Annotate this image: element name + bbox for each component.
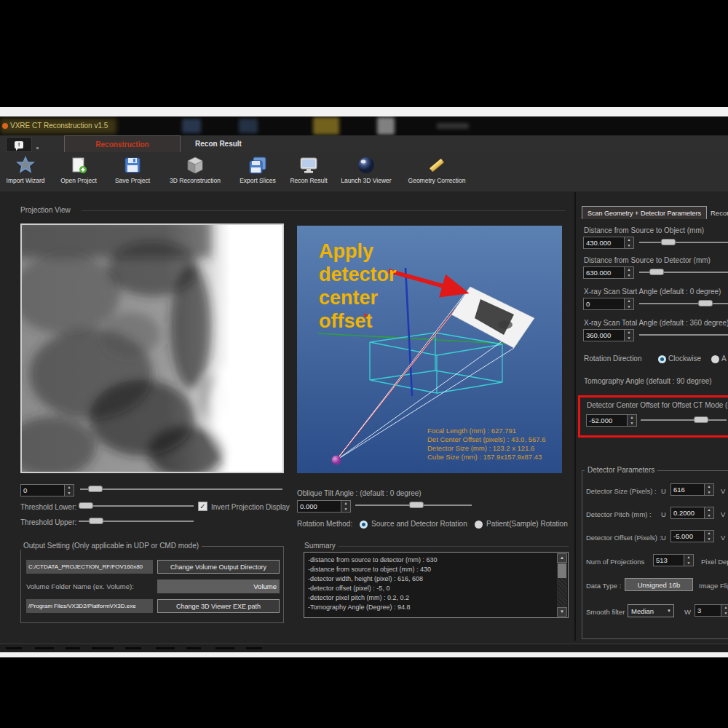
cube-icon	[186, 155, 205, 175]
recon-result-button[interactable]: Recon Result	[286, 154, 331, 190]
rotation-direction-label: Rotation Direction	[584, 355, 641, 363]
svg-text:offset: offset	[319, 310, 373, 332]
spin-arrows-icon[interactable]: ▲▼	[627, 415, 636, 426]
projection-image-frame	[20, 223, 284, 473]
spin-arrows-icon[interactable]: ▲▼	[704, 484, 713, 495]
detector-pitch-v-label: V	[721, 510, 725, 518]
data-type-label: Data Type :	[586, 582, 621, 590]
source-object-distance-spinbox[interactable]: 430.000 ▲▼	[583, 237, 634, 249]
detector-size-u-spinbox[interactable]: 616 ▲▼	[670, 483, 714, 496]
summary-title: Summary	[301, 542, 339, 550]
export-floppies-icon	[248, 155, 268, 175]
xray-source-point	[332, 456, 341, 465]
svg-text:Apply: Apply	[319, 240, 373, 262]
scan-start-angle-slider[interactable]	[639, 300, 728, 307]
spin-arrows-icon[interactable]: ▲▼	[721, 605, 728, 616]
smooth-w-spinbox[interactable]: 3 ▲▼	[695, 604, 728, 617]
summary-header-line	[335, 546, 569, 547]
smooth-filter-dropdown[interactable]: Median ▼	[628, 604, 674, 617]
rotation-method-patient-radio[interactable]	[475, 521, 483, 529]
oblique-tilt-label: Oblique Tilt Angle : (default : 0 degree…	[297, 489, 422, 497]
title-bar: VXRE CT Reconstruction v1.5	[0, 116, 728, 135]
viewer-exe-path-field[interactable]: /Program Files/VX3D2/PlatformVX3D.exe	[26, 599, 153, 613]
data-type-button[interactable]: Unsigned 16b	[625, 578, 693, 591]
chevron-down-icon: ▼	[665, 609, 673, 613]
detector-size-u-label: U	[661, 487, 666, 495]
spin-arrows-icon[interactable]: ▲▼	[684, 555, 693, 566]
change-volume-dir-button[interactable]: Change Volume Output Directory	[157, 560, 280, 574]
change-exe-path-button[interactable]: Change 3D Viewer EXE path	[157, 599, 280, 613]
spin-arrows-icon[interactable]: ▲▼	[624, 330, 633, 341]
geometry-correction-button[interactable]: Geometry Correction	[400, 154, 473, 190]
tomography-angle-label: Tomography Angle (default : 90 degree)	[584, 377, 712, 385]
background-window-thumb	[313, 117, 339, 135]
detector-offset-u-spinbox[interactable]: -5.000 ▲▼	[670, 530, 714, 542]
oblique-tilt-spinbox[interactable]: 0.000 ▲▼	[297, 500, 351, 513]
num-projections-spinbox[interactable]: 513 ▲▼	[653, 554, 694, 566]
save-project-button[interactable]: Save Project	[108, 154, 157, 190]
threshold-upper-label: Threshold Upper:	[20, 518, 76, 526]
rotation-method-label: Rotation Method:	[297, 520, 352, 528]
volume-folder-input[interactable]: Volume	[157, 579, 280, 593]
rotation-anticlockwise-label: A	[721, 355, 727, 363]
source-object-distance-slider[interactable]	[639, 239, 728, 246]
spin-arrows-icon[interactable]: ▲▼	[704, 507, 713, 518]
pixel-depth-label: Pixel Depth (	[701, 558, 728, 566]
scan-total-angle-spinbox[interactable]: 360.000 ▲▼	[583, 329, 634, 341]
detector-center-offset-spinbox[interactable]: -52.000 ▲▼	[586, 414, 637, 427]
detector-size-label: Detector Size (Pixels) :	[586, 487, 657, 495]
rotation-anticlockwise-radio[interactable]	[711, 355, 719, 363]
import-wizard-button[interactable]: Import Wizard	[1, 154, 50, 190]
slice-slider[interactable]	[80, 486, 282, 493]
spin-arrows-icon[interactable]: ▲▼	[64, 485, 74, 496]
notification-bubble-button[interactable]: !	[6, 137, 32, 152]
slice-spinbox[interactable]: 0 ▲▼	[20, 484, 74, 496]
projection-header-line	[82, 210, 565, 211]
detector-center-offset-slider[interactable]	[641, 416, 727, 424]
3d-reconstruction-button[interactable]: 3D Reconstruction	[160, 154, 230, 190]
source-detector-distance-spinbox[interactable]: 630.000 ▲▼	[583, 266, 634, 279]
source-object-distance-label: Distance from Source to Object (mm)	[584, 226, 704, 234]
tab-reconstruction[interactable]: Reconstruction	[64, 135, 181, 152]
source-detector-distance-slider[interactable]	[639, 269, 728, 276]
threshold-upper-slider[interactable]	[79, 518, 194, 525]
volume-output-dir-field[interactable]: C:/CTDATA_PROJECTION_RF/FOV160x80	[26, 560, 153, 574]
threshold-lower-slider[interactable]	[79, 502, 194, 510]
rotation-clockwise-radio[interactable]	[658, 355, 666, 363]
detector-pitch-u-spinbox[interactable]: 0.2000 ▲▼	[670, 507, 714, 519]
spin-arrows-icon[interactable]: ▲▼	[624, 267, 633, 278]
open-project-button[interactable]: Open Project	[52, 154, 105, 190]
sphere-icon	[357, 155, 376, 175]
tab-scan-geometry[interactable]: Scan Geometry + Detector Parameters	[582, 206, 707, 219]
spin-arrows-icon[interactable]: ▲▼	[624, 237, 633, 248]
scrollbar-up-icon[interactable]: ▲	[557, 553, 567, 563]
svg-text:center: center	[319, 287, 379, 309]
scan-total-angle-slider[interactable]	[639, 331, 728, 339]
scrollbar-down-icon[interactable]: ▼	[557, 607, 567, 617]
launch-3d-viewer-button[interactable]: Launch 3D Viewer	[334, 154, 398, 190]
scrollbar-thumb[interactable]	[558, 563, 566, 578]
output-setting-title: Output Setting (Only applicable in UDP o…	[20, 542, 202, 550]
export-slices-button[interactable]: Export Slices	[232, 154, 283, 190]
rotation-method-source-radio[interactable]	[360, 521, 368, 529]
spin-arrows-icon[interactable]: ▲▼	[704, 531, 713, 542]
3d-geometry-viewport[interactable]: Apply detector center offset Focal Lengt…	[297, 226, 562, 473]
spin-arrows-icon[interactable]: ▲▼	[341, 501, 350, 512]
summary-text: -distance from source to detector (mm) :…	[308, 555, 555, 612]
invert-projection-checkbox[interactable]	[198, 502, 207, 511]
detector-size-v-label: V	[721, 487, 725, 495]
tab-recon-clipped[interactable]: Recon	[711, 209, 728, 217]
background-window-thumb	[182, 119, 201, 133]
detector-offset-v-label: V	[721, 534, 725, 542]
summary-scrollbar[interactable]: ▲ ▼	[557, 553, 567, 617]
volume-folder-label: Volume Folder Name (ex. Volume):	[26, 582, 134, 590]
oblique-tilt-slider[interactable]	[355, 502, 472, 509]
spin-arrows-icon[interactable]: ▲▼	[624, 298, 633, 309]
rotation-method-source-label: Source and Detector Rotation	[371, 520, 467, 528]
smooth-w-label: W	[684, 608, 691, 616]
scan-start-angle-spinbox[interactable]: 0 ▲▼	[583, 298, 634, 310]
tab-recon-result[interactable]: Recon Result	[183, 135, 253, 151]
smooth-filter-label: Smooth filter	[586, 608, 625, 616]
detector-offset-label: Detector Offset (Pixels) :	[586, 534, 661, 542]
rotation-method-patient-label: Patient(Sample) Rotation	[486, 520, 568, 528]
